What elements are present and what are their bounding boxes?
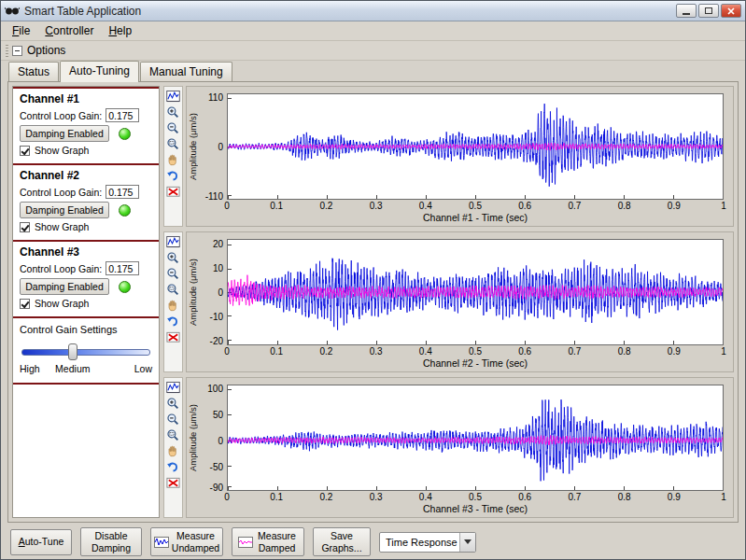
y-axis-ticks: 20100-10-20 — [199, 239, 227, 345]
x-tick-label: 0.7 — [568, 201, 581, 211]
channel-1-plot[interactable] — [227, 93, 724, 200]
options-expander-icon[interactable] — [12, 46, 22, 56]
waveform-icon — [238, 537, 253, 548]
clear-graph-icon[interactable] — [165, 329, 181, 344]
x-tick-label: 0.2 — [319, 346, 332, 357]
channel-1-chart-row: Amplitude (μm/s) 1100-110 00.10.20.30.40… — [163, 86, 734, 227]
x-tick-label: 0.9 — [668, 492, 681, 502]
tab-status[interactable]: Status — [8, 62, 59, 81]
zoom-region-icon[interactable] — [165, 427, 181, 442]
menubar: File Controller Help — [1, 21, 745, 41]
x-tick-label: 0.1 — [270, 346, 283, 357]
y-tick-label: 0 — [218, 142, 223, 152]
channel-1-graph-toolbar — [163, 86, 183, 227]
x-tick-label: 0.9 — [668, 201, 681, 211]
measure-damped-button[interactable]: Measure Damped — [232, 527, 304, 555]
channel-2-show-graph-checkbox[interactable] — [20, 222, 30, 232]
minimize-button[interactable] — [676, 4, 697, 18]
zoom-out-icon[interactable] — [165, 412, 181, 427]
chevron-down-icon — [459, 533, 475, 552]
options-label: Options — [27, 44, 65, 57]
x-axis-ticks: 00.10.20.30.40.50.60.70.80.91 — [227, 200, 724, 212]
channel-3-show-graph-checkbox[interactable] — [20, 299, 30, 309]
channel-2-plot[interactable] — [227, 239, 724, 345]
gain-slider-thumb[interactable] — [68, 343, 77, 360]
channel-2-damping-button[interactable]: Damping Enabled — [20, 202, 109, 218]
menu-help[interactable]: Help — [101, 22, 139, 39]
close-button[interactable] — [721, 4, 741, 18]
pan-icon[interactable] — [165, 152, 181, 167]
clear-graph-icon[interactable] — [165, 475, 181, 490]
measure-undamped-button[interactable]: Measure Undamped — [150, 527, 223, 555]
auto-tune-button[interactable]: Auto-Tune — [10, 529, 72, 555]
y-tick-label: -50 — [210, 461, 223, 471]
toolbar-grip-icon — [6, 45, 8, 57]
y-tick-label: -90 — [210, 483, 223, 493]
zoom-in-icon[interactable] — [165, 396, 181, 411]
gain-slider[interactable] — [21, 343, 150, 360]
menu-file[interactable]: File — [5, 22, 37, 39]
y-tick-label: 10 — [213, 263, 223, 273]
pan-icon[interactable] — [165, 298, 181, 313]
channel-1-damping-button[interactable]: Damping Enabled — [20, 125, 109, 142]
gain-settings-title: Control Gain Settings — [20, 324, 152, 335]
disable-damping-button[interactable]: Disable Damping — [80, 527, 142, 555]
response-type-select[interactable]: Time Response — [379, 532, 476, 553]
titlebar: Smart Table Application — [1, 1, 745, 21]
tab-manual-tuning[interactable]: Manual Tuning — [140, 62, 232, 81]
channel-3-plot[interactable] — [227, 385, 724, 491]
x-tick-label: 0.1 — [270, 201, 283, 211]
undo-icon[interactable] — [165, 314, 181, 329]
zoom-region-icon[interactable] — [165, 282, 181, 297]
y-tick-label: -110 — [205, 191, 223, 202]
clear-graph-icon[interactable] — [165, 184, 181, 199]
plot-properties-icon[interactable] — [165, 380, 181, 395]
channel-3-gain-input[interactable] — [106, 261, 139, 275]
gain-slider-track[interactable] — [21, 349, 150, 356]
x-tick-label: 0.6 — [518, 346, 531, 357]
save-graphs-button[interactable]: Save Graphs... — [313, 527, 371, 555]
channel-2-damping-led — [119, 204, 131, 217]
waveform-icon — [154, 537, 169, 548]
x-tick-label: 0.5 — [469, 346, 482, 357]
x-tick-label: 0.6 — [518, 201, 531, 211]
y-axis-ticks: 100500-50-90 — [199, 385, 227, 491]
slider-label-medium: Medium — [55, 363, 90, 374]
maximize-button[interactable] — [698, 4, 719, 18]
plot-properties-icon[interactable] — [165, 89, 181, 104]
undo-icon[interactable] — [165, 168, 181, 183]
tab-auto-tuning[interactable]: Auto-Tuning — [60, 61, 139, 82]
tab-strip: Status Auto-Tuning Manual Tuning — [1, 61, 745, 81]
x-tick-label: 0.3 — [370, 201, 383, 211]
x-tick-label: 0.5 — [469, 201, 482, 211]
zoom-in-icon[interactable] — [165, 250, 181, 265]
y-tick-label: 110 — [208, 91, 223, 102]
x-tick-label: 0 — [224, 201, 230, 211]
channel-3-damping-button[interactable]: Damping Enabled — [20, 278, 109, 295]
x-axis-title: Channel #1 - Time (sec) — [227, 212, 724, 226]
channel-3-graph-toolbar — [163, 377, 183, 518]
x-tick-label: 0.2 — [319, 492, 332, 502]
plot-properties-icon[interactable] — [165, 234, 181, 249]
zoom-region-icon[interactable] — [165, 136, 181, 151]
zoom-out-icon[interactable] — [165, 120, 181, 135]
minimize-icon — [683, 13, 690, 15]
slider-label-low: Low — [134, 363, 152, 374]
pan-icon[interactable] — [165, 443, 181, 458]
channel-1-show-graph-checkbox[interactable] — [20, 146, 30, 156]
undo-icon[interactable] — [165, 459, 181, 474]
channel-3-group: Channel #3 Control Loop Gain: Damping En… — [13, 240, 159, 316]
menu-controller[interactable]: Controller — [37, 22, 101, 39]
channel-2-graph-toolbar — [163, 231, 183, 372]
show-graph-label: Show Graph — [35, 145, 89, 156]
gain-label: Control Loop Gain: — [20, 187, 102, 198]
zoom-out-icon[interactable] — [165, 266, 181, 281]
channel-settings-panel: Channel #1 Control Loop Gain: Damping En… — [12, 86, 160, 518]
zoom-in-icon[interactable] — [165, 105, 181, 119]
channel-1-gain-input[interactable] — [106, 108, 139, 122]
y-axis-label: Amplitude (μm/s) — [187, 93, 199, 200]
measure-damped-label: Measure Damped — [256, 530, 298, 553]
control-gain-settings: Control Gain Settings High Medium Low — [13, 316, 159, 385]
charts-area: Amplitude (μm/s) 1100-110 00.10.20.30.40… — [163, 86, 734, 518]
channel-2-gain-input[interactable] — [106, 185, 139, 199]
